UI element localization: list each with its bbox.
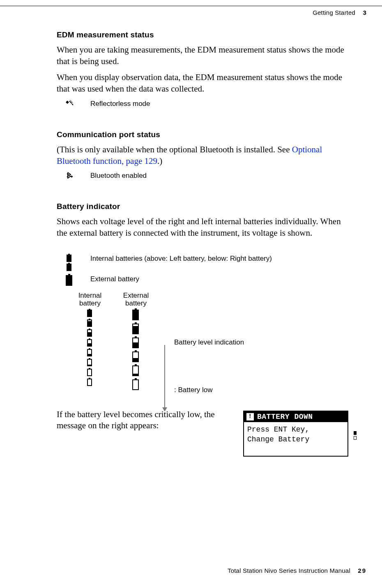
col-header: battery: [125, 299, 147, 307]
heading-edm-status: EDM measurement status: [57, 30, 352, 39]
svg-marker-0: [66, 101, 69, 104]
icon-label: Internal batteries (above: Left battery,…: [90, 255, 272, 263]
heading-comm-port: Communication port status: [57, 130, 352, 139]
paragraph: (This is only available when the optiona…: [57, 144, 352, 167]
internal-batteries-icon: [66, 255, 90, 271]
bluetooth-icon: [66, 172, 90, 179]
paragraph: Shows each voltage level of the right an…: [57, 216, 352, 239]
col-header: Internal: [78, 292, 102, 299]
diagram-note: : Battery low: [174, 386, 213, 394]
svg-marker-3: [71, 104, 73, 106]
icon-def-row: Bluetooth enabled: [66, 172, 352, 180]
icon-def-row: Internal batteries (above: Left battery,…: [66, 255, 352, 271]
reflectorless-icon: [66, 100, 90, 107]
page-footer: Total Station Nivo Series Instruction Ma…: [228, 567, 366, 574]
icon-def-row: External battery: [66, 275, 352, 286]
section-number: 3: [363, 9, 366, 16]
manual-title: Total Station Nivo Series Instruction Ma…: [228, 567, 350, 574]
icon-label: Reflectorless mode: [90, 100, 150, 108]
heading-battery-indicator: Battery indicator: [57, 202, 352, 211]
lcd-side-battery-icon: [354, 431, 357, 440]
arrow-down-icon: [164, 345, 165, 411]
lcd-message-box: ! BATTERY DOWN Press ENT Key, Change Bat…: [243, 409, 352, 457]
warning-icon: !: [246, 413, 254, 420]
lcd-line: Press ENT Key,: [247, 425, 344, 434]
col-header: External: [123, 292, 149, 299]
page-number: 29: [358, 567, 366, 574]
paragraph: If the battery level becomes critically …: [57, 409, 236, 432]
lcd-title: BATTERY DOWN: [257, 413, 313, 421]
paragraph: When you display observation data, the E…: [57, 72, 352, 94]
lcd-line: Change Battery: [247, 434, 344, 444]
icon-def-row: Reflectorless mode: [66, 100, 352, 108]
paragraph: When you are taking measurements, the ED…: [57, 44, 352, 67]
col-header: battery: [79, 299, 101, 307]
diagram-note: Battery level indication: [174, 338, 244, 347]
icon-label: External battery: [90, 275, 139, 283]
external-battery-icon: [66, 275, 90, 286]
icon-label: Bluetooth enabled: [90, 172, 147, 180]
chapter-title: Getting Started: [313, 9, 355, 16]
battery-level-diagram: Internal battery External battery: [67, 292, 338, 407]
page-header: Getting Started 3: [313, 9, 366, 16]
